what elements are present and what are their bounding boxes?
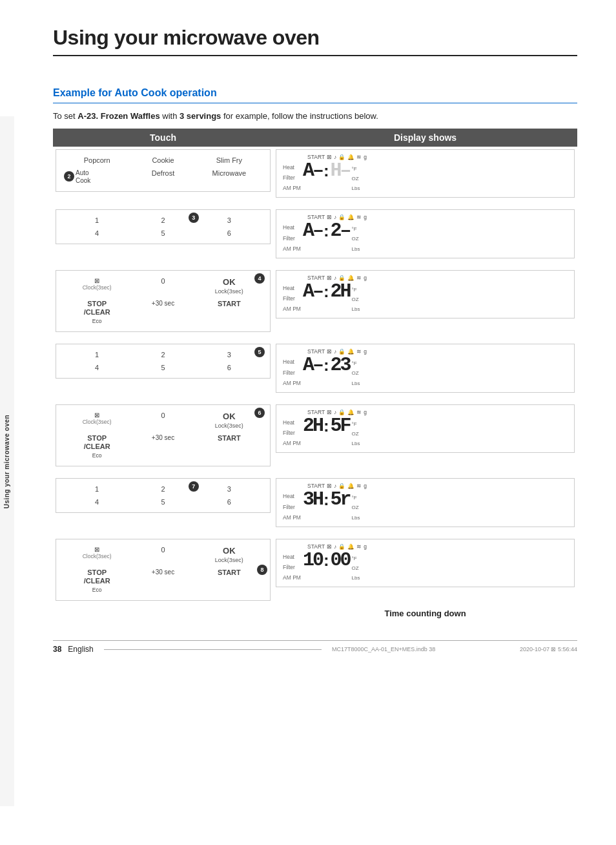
num-1b[interactable]: 1	[64, 349, 130, 360]
step-row-8: ⊠Clock(3sec) 0 OKLock(3sec) STOP/CLEAREc…	[53, 536, 577, 604]
disp-seg-8: 23	[331, 355, 350, 375]
intro-text: To set A-23. Frozen Waffles with 3 servi…	[53, 111, 577, 121]
btn-microwave[interactable]: Microwave	[196, 168, 262, 186]
btn-plus30[interactable]: +30 sec	[130, 298, 196, 327]
num-0c[interactable]: 0	[130, 545, 196, 565]
btn-ok2[interactable]: 6 OKLock(3sec)	[196, 410, 262, 430]
page-title: Using your microwave oven	[53, 26, 577, 50]
btn-defrost[interactable]: Defrost	[130, 168, 196, 186]
step-row-4: ⊠Clock(3sec) 0 4 OKLock(3sec) STOP/CLEAR…	[53, 267, 577, 335]
step-row-2: Popcorn Cookie Slim Fry 2 AutoCook Defro…	[53, 147, 577, 200]
num-2[interactable]: 3 2	[130, 215, 196, 225]
disp-seg-9: 2H	[303, 416, 322, 435]
disp-seg-11: 3H	[303, 490, 322, 509]
num-4c[interactable]: 4	[64, 497, 130, 507]
btn-plus30b[interactable]: +30 sec	[130, 433, 196, 461]
btn-plus30c[interactable]: +30 sec	[130, 567, 196, 596]
page-number-label: 38 English	[53, 645, 94, 654]
num-4[interactable]: 4	[64, 228, 130, 238]
btn-cookie[interactable]: Cookie	[130, 155, 196, 165]
num-0b[interactable]: 0	[130, 410, 196, 430]
col-header-display: Display shows	[273, 129, 577, 147]
step-row-6: ⊠Clock(3sec) 0 6 OKLock(3sec) STOP/CLEAR…	[53, 402, 577, 470]
disp-seg-14: 00	[331, 550, 350, 570]
footer-file: MC17T8000C_AA-01_EN+MES.indb 38	[332, 646, 435, 652]
step-row-3: 1 3 2 3 4 5 6	[53, 207, 577, 260]
btn-popcorn[interactable]: Popcorn	[64, 155, 130, 165]
btn-autocook[interactable]: 2 AutoCook	[64, 168, 130, 186]
num-3c[interactable]: 3	[196, 484, 262, 494]
step-row-7: 1 7 2 3 4 5 6	[53, 475, 577, 529]
disp-seg-7: A–	[303, 355, 322, 375]
btn-stop3[interactable]: STOP/CLEAREco	[64, 567, 130, 596]
sidebar-label: Using your microwave oven	[0, 116, 14, 806]
time-counting-label: Time counting down	[273, 603, 577, 621]
btn-stop2[interactable]: STOP/CLEAREco	[64, 433, 130, 461]
btn-start-6[interactable]: START	[196, 433, 262, 461]
num-5b[interactable]: 5	[130, 362, 196, 373]
num-6c[interactable]: 6	[196, 497, 262, 507]
disp-seg-13: 10	[303, 550, 322, 570]
disp-seg-10: 5F	[331, 416, 350, 435]
step-row-5: 1 2 5 3 4 5 6	[53, 341, 577, 395]
num-0[interactable]: 0	[130, 276, 196, 296]
num-1[interactable]: 1	[64, 215, 130, 225]
col-header-touch: Touch	[53, 129, 273, 147]
num-2c[interactable]: 7 2	[130, 484, 196, 494]
disp-seg-3: A–	[303, 221, 322, 240]
disp-seg-6: 2H	[331, 282, 350, 301]
num-5c[interactable]: 5	[130, 497, 196, 507]
btn-clock2[interactable]: ⊠Clock(3sec)	[64, 410, 130, 430]
num-1c[interactable]: 1	[64, 484, 130, 494]
num-5[interactable]: 5	[130, 228, 196, 238]
num-4b[interactable]: 4	[64, 362, 130, 373]
btn-slimfry[interactable]: Slim Fry	[196, 155, 262, 165]
num-6[interactable]: 6	[196, 228, 262, 238]
section-title: Example for Auto Cook operation	[53, 87, 577, 99]
time-counting-row: Time counting down	[53, 603, 577, 621]
disp-seg-5: A–	[303, 282, 322, 301]
num-2b[interactable]: 2	[130, 349, 196, 360]
btn-clock[interactable]: ⊠Clock(3sec)	[64, 276, 130, 296]
num-6b[interactable]: 6	[196, 362, 262, 373]
btn-start-4[interactable]: START	[196, 298, 262, 327]
num-3[interactable]: 3	[196, 215, 262, 225]
disp-seg-1: A–	[303, 161, 322, 180]
btn-stop[interactable]: STOP/CLEAREco	[64, 298, 130, 327]
btn-clock3[interactable]: ⊠Clock(3sec)	[64, 545, 130, 565]
disp-seg-4: 2–	[331, 221, 350, 240]
btn-ok[interactable]: 4 OKLock(3sec)	[196, 276, 262, 296]
btn-start-8[interactable]: START 8	[196, 567, 262, 596]
disp-seg-2: H–	[331, 161, 350, 180]
footer-date: 2020-10-07 ⊠ 5:56:44	[520, 646, 577, 652]
btn-ok3[interactable]: OKLock(3sec)	[196, 545, 262, 565]
num-3b[interactable]: 5 3	[196, 349, 262, 360]
disp-seg-12: 5r	[331, 490, 350, 509]
